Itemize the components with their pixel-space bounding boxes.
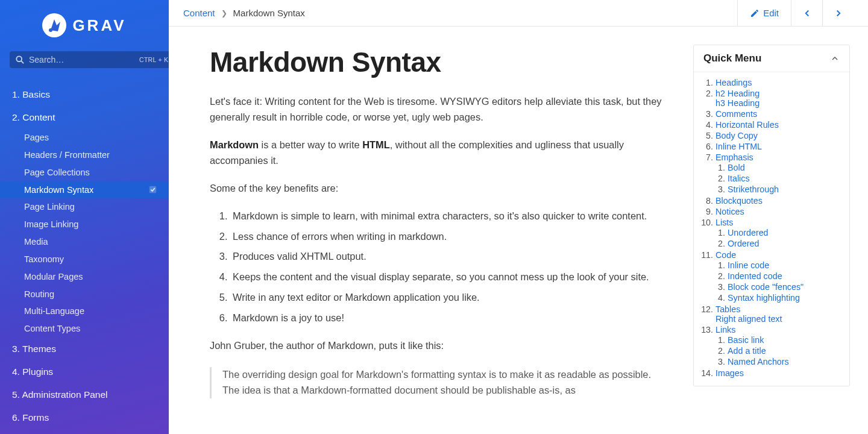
nav-item-pages[interactable]: Pages — [0, 129, 169, 146]
svg-line-3 — [21, 61, 24, 63]
quick-menu-link[interactable]: Syntax highlighting — [728, 293, 800, 303]
quick-menu-item: EmphasisBoldItalicsStrikethrough — [715, 152, 840, 195]
quick-menu-link[interactable]: Code — [715, 250, 736, 260]
quick-menu-link[interactable]: Body Copy — [715, 131, 758, 140]
logo[interactable]: GRAV — [42, 13, 126, 37]
quick-menu-link[interactable]: Bold — [728, 163, 745, 172]
nav-item-multi-language[interactable]: Multi-Language — [0, 303, 169, 320]
quick-menu-item: TablesRight aligned text — [715, 304, 840, 324]
search-row: CTRL + K v1.6 — [0, 46, 169, 77]
nav-item-markdown-syntax[interactable]: Markdown Syntax — [0, 181, 169, 199]
quick-menu-subitem: Bold — [728, 162, 840, 173]
quick-menu-link[interactable]: Strikethrough — [728, 184, 779, 194]
logo-area: GRAV — [0, 0, 169, 46]
nav-item-content-types[interactable]: Content Types — [0, 320, 169, 338]
quick-menu-subitem: Named Anchors — [728, 356, 840, 367]
grav-logo-icon — [42, 13, 66, 37]
breadcrumb-current: Markdown Syntax — [233, 8, 305, 18]
search-input[interactable] — [29, 55, 134, 64]
next-page-button[interactable] — [822, 0, 854, 27]
quick-menu-link[interactable]: Tables — [715, 304, 740, 314]
benefits-item: Keeps the content and the visual display… — [230, 269, 663, 285]
nav-section-admin-panel[interactable]: 5. Administration Panel — [0, 383, 169, 406]
nav-item-taxonomy[interactable]: Taxonomy — [0, 251, 169, 268]
article: Markdown Syntax Let's face it: Writing c… — [169, 27, 693, 434]
nav-item-page-collections[interactable]: Page Collections — [0, 164, 169, 181]
breadcrumb: Content ❯ Markdown Syntax — [183, 8, 737, 18]
quick-menu-link[interactable]: h3 Heading — [715, 98, 760, 108]
nav-item-headers[interactable]: Headers / Frontmatter — [0, 146, 169, 164]
sidebar-nav: 1. Basics 2. Content Pages Headers / Fro… — [0, 77, 169, 434]
quick-menu-link[interactable]: Ordered — [728, 239, 759, 248]
nav-item-media[interactable]: Media — [0, 233, 169, 251]
nav-section-basics[interactable]: 1. Basics — [0, 83, 169, 106]
quick-menu-subitem: Syntax highlighting — [728, 292, 840, 303]
benefits-item: Less chance of errors when writing in ma… — [230, 229, 663, 245]
quick-menu-item: Inline HTML — [715, 141, 840, 152]
quick-menu-link[interactable]: Emphasis — [715, 153, 753, 162]
quick-menu-subitem: Ordered — [728, 238, 840, 249]
svg-rect-4 — [149, 186, 156, 193]
search-box[interactable]: CTRL + K — [10, 51, 174, 68]
quick-menu-link[interactable]: Block code "fences" — [728, 282, 804, 292]
quick-menu-link[interactable]: Basic link — [728, 335, 764, 345]
nav-item-routing[interactable]: Routing — [0, 286, 169, 303]
quick-menu-subitem: Inline code — [728, 260, 840, 271]
quick-menu-link[interactable]: Named Anchors — [728, 357, 789, 366]
quick-menu-link[interactable]: Images — [715, 368, 744, 378]
top-actions: Edit — [737, 0, 854, 27]
quick-menu-title: Quick Menu — [703, 52, 761, 64]
quick-menu-item: CodeInline codeIndented codeBlock code "… — [715, 250, 840, 304]
nav-item-page-linking[interactable]: Page Linking — [0, 198, 169, 216]
quick-menu-link[interactable]: Add a title — [728, 346, 766, 356]
quick-menu-item: Comments — [715, 108, 840, 119]
edit-button[interactable]: Edit — [737, 0, 791, 27]
quick-menu-link[interactable]: Right aligned text — [715, 314, 782, 324]
quick-menu-link[interactable]: Inline HTML — [715, 142, 762, 151]
intro-p2: Markdown is a better way to write HTML, … — [210, 137, 663, 169]
quick-menu-item: h2 Headingh3 Heading — [715, 88, 840, 108]
quick-menu-header[interactable]: Quick Menu — [694, 45, 849, 72]
quick-menu-subitem: Strikethrough — [728, 184, 840, 195]
quick-menu-subitem: Basic link — [728, 335, 840, 345]
nav-section-content[interactable]: 2. Content — [0, 106, 169, 129]
sidebar: GRAV CTRL + K v1.6 1. Basics 2. Content … — [0, 0, 169, 434]
quick-menu-link[interactable]: Comments — [715, 109, 757, 119]
topbar: Content ❯ Markdown Syntax Edit — [169, 0, 868, 27]
quick-menu-link[interactable]: Indented code — [728, 271, 782, 281]
quick-menu-link[interactable]: Links — [715, 325, 735, 335]
quick-menu-link[interactable]: Headings — [715, 78, 752, 87]
quick-menu-item: Blockquotes — [715, 195, 840, 206]
svg-point-2 — [16, 56, 22, 61]
benefits-list: Markdown is simple to learn, with minima… — [210, 209, 663, 327]
quick-menu-item: Headings — [715, 77, 840, 88]
quick-menu-item: Images — [715, 368, 840, 379]
nav-section-themes[interactable]: 3. Themes — [0, 338, 169, 360]
breadcrumb-parent[interactable]: Content — [183, 8, 215, 18]
chevron-left-icon — [802, 8, 813, 19]
quick-menu-link[interactable]: h2 Heading — [715, 89, 760, 98]
prev-page-button[interactable] — [791, 0, 822, 27]
benefits-item: Markdown is a joy to use! — [230, 310, 663, 326]
quick-menu-link[interactable]: Inline code — [728, 260, 769, 270]
quick-menu-link[interactable]: Horizontal Rules — [715, 120, 779, 130]
quick-menu-item: Notices — [715, 206, 840, 217]
quick-menu-link[interactable]: Blockquotes — [715, 196, 763, 206]
nav-section-plugins[interactable]: 4. Plugins — [0, 360, 169, 383]
quick-menu-subitem: Add a title — [728, 345, 840, 356]
quick-menu-link[interactable]: Italics — [728, 174, 750, 183]
chevron-right-icon — [833, 8, 844, 19]
quick-menu-link[interactable]: Notices — [715, 207, 744, 216]
page-title: Markdown Syntax — [210, 46, 663, 78]
svg-point-1 — [49, 28, 52, 32]
nav-item-modular-pages[interactable]: Modular Pages — [0, 268, 169, 286]
quick-menu-link[interactable]: Unordered — [728, 228, 769, 237]
logo-text: GRAV — [72, 16, 126, 35]
nav-section-forms[interactable]: 6. Forms — [0, 406, 169, 429]
edit-icon — [750, 8, 760, 18]
benefits-heading: Some of the key benefits are: — [210, 181, 663, 197]
quick-menu-link[interactable]: Lists — [715, 218, 733, 227]
nav-section-cli[interactable]: 7. CLI Console — [0, 429, 169, 434]
nav-item-image-linking[interactable]: Image Linking — [0, 216, 169, 233]
chevron-right-icon: ❯ — [221, 9, 227, 17]
